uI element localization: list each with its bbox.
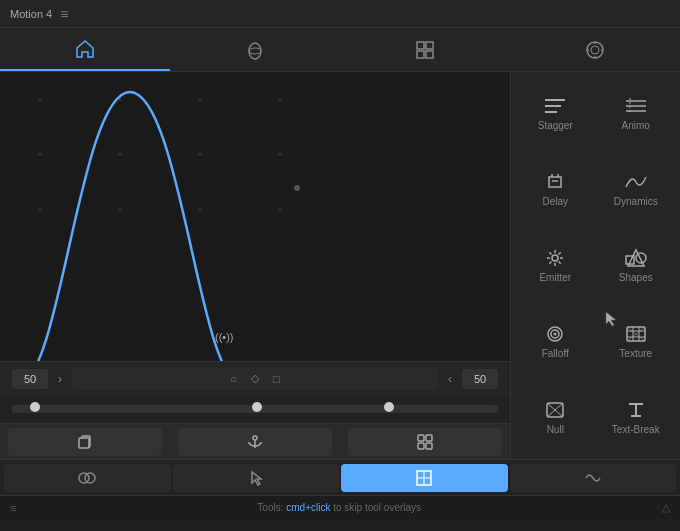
shapes-icon bbox=[624, 248, 648, 268]
right-panel: Stagger Animo Delay bbox=[510, 72, 680, 459]
svg-rect-2 bbox=[417, 42, 424, 49]
svg-line-49 bbox=[559, 261, 561, 263]
svg-point-57 bbox=[554, 332, 557, 335]
circle-shape-button[interactable]: ○ bbox=[230, 373, 237, 385]
stagger-icon bbox=[543, 96, 567, 116]
emitter-label: Emitter bbox=[539, 272, 571, 283]
bottom-toolbar-1 bbox=[0, 423, 510, 459]
svg-rect-4 bbox=[417, 51, 424, 58]
slider-controls: 50 › ○ ◇ □ ‹ 50 bbox=[0, 361, 510, 395]
falloff-label: Falloff bbox=[542, 348, 569, 359]
track-handle-center[interactable] bbox=[252, 402, 262, 412]
dynamics-icon bbox=[624, 172, 648, 192]
animation-curve bbox=[0, 72, 510, 361]
timeline-track[interactable] bbox=[12, 405, 498, 413]
svg-rect-30 bbox=[418, 443, 424, 449]
shapes-label: Shapes bbox=[619, 272, 653, 283]
target-icon bbox=[584, 39, 606, 61]
cursor-icon bbox=[247, 469, 265, 487]
tab-target[interactable] bbox=[510, 28, 680, 71]
status-text: Tools: cmd+click to skip tool overlays bbox=[257, 502, 421, 513]
shape-buttons: ○ ◇ □ bbox=[72, 368, 438, 390]
text-break-icon bbox=[624, 400, 648, 420]
status-right-icon: △ bbox=[662, 501, 670, 514]
anchor-tool-button[interactable] bbox=[178, 428, 332, 456]
square-shape-button[interactable]: □ bbox=[273, 373, 280, 385]
copy-tool-button[interactable] bbox=[8, 428, 162, 456]
bottom-tabs-bar bbox=[0, 459, 680, 495]
texture-icon bbox=[624, 324, 648, 344]
fx-item-falloff[interactable]: Falloff bbox=[515, 303, 596, 379]
svg-rect-3 bbox=[426, 42, 433, 49]
track-handle-left[interactable] bbox=[30, 402, 40, 412]
fx-item-stagger[interactable]: Stagger bbox=[515, 76, 596, 152]
timeline-row bbox=[0, 395, 510, 423]
fx-item-null[interactable]: Null bbox=[515, 379, 596, 455]
wireless-icon: ((•)) bbox=[215, 331, 234, 343]
svg-line-51 bbox=[550, 261, 552, 263]
svg-rect-31 bbox=[426, 443, 432, 449]
grid2-icon bbox=[415, 469, 433, 487]
status-suffix: to skip tool overlays bbox=[333, 502, 421, 513]
left-chevron-button[interactable]: › bbox=[56, 370, 64, 388]
svg-rect-28 bbox=[418, 435, 424, 441]
tab-grid[interactable] bbox=[340, 28, 510, 71]
main-area: ((•)) 50 › ○ ◇ □ ‹ 50 bbox=[0, 72, 680, 459]
grid-icon bbox=[414, 39, 436, 61]
bottom-tab-cursor[interactable] bbox=[173, 464, 340, 492]
home-icon bbox=[74, 38, 96, 60]
text-break-label: Text-Break bbox=[612, 424, 660, 435]
svg-line-50 bbox=[559, 252, 561, 254]
left-value-input[interactable]: 50 bbox=[12, 369, 48, 389]
top-tabs bbox=[0, 28, 680, 72]
shape-icon bbox=[244, 39, 266, 61]
tab-shape[interactable] bbox=[170, 28, 340, 71]
fx-item-text-break[interactable]: Text-Break bbox=[596, 379, 677, 455]
graph-canvas[interactable]: ((•)) bbox=[0, 72, 510, 361]
svg-line-48 bbox=[550, 252, 552, 254]
fx-item-texture[interactable]: Texture bbox=[596, 303, 677, 379]
diamond-shape-button[interactable]: ◇ bbox=[251, 372, 259, 385]
falloff-icon bbox=[543, 324, 567, 344]
texture-label: Texture bbox=[619, 348, 652, 359]
graph-panel: ((•)) 50 › ○ ◇ □ ‹ 50 bbox=[0, 72, 510, 459]
anchor-icon bbox=[246, 433, 264, 451]
status-left-icon: ≡ bbox=[10, 502, 16, 514]
fx-item-dynamics[interactable]: Dynamics bbox=[596, 152, 677, 228]
wave-icon bbox=[584, 469, 602, 487]
null-icon bbox=[543, 400, 567, 420]
delay-label: Delay bbox=[542, 196, 568, 207]
status-tools-label: Tools: bbox=[257, 502, 286, 513]
svg-point-6 bbox=[587, 42, 603, 58]
link-icon bbox=[416, 433, 434, 451]
link-tool-button[interactable] bbox=[348, 428, 502, 456]
emitter-icon bbox=[543, 248, 567, 268]
svg-point-43 bbox=[552, 255, 558, 261]
animo-label: Animo bbox=[622, 120, 650, 131]
svg-rect-29 bbox=[426, 435, 432, 441]
right-value-input[interactable]: 50 bbox=[462, 369, 498, 389]
svg-point-7 bbox=[591, 46, 599, 54]
bottom-tab-mask[interactable] bbox=[4, 464, 171, 492]
right-chevron-button[interactable]: ‹ bbox=[446, 370, 454, 388]
status-bar: ≡ Tools: cmd+click to skip tool overlays… bbox=[0, 495, 680, 519]
stagger-label: Stagger bbox=[538, 120, 573, 131]
svg-point-24 bbox=[253, 436, 257, 440]
copy-icon bbox=[76, 433, 94, 451]
mask-icon bbox=[78, 469, 96, 487]
svg-rect-5 bbox=[426, 51, 433, 58]
status-shortcut: cmd+click bbox=[286, 502, 330, 513]
fx-item-shapes[interactable]: Shapes bbox=[596, 228, 677, 304]
bottom-tab-grid[interactable] bbox=[341, 464, 508, 492]
delay-icon bbox=[543, 172, 567, 192]
fx-item-animo[interactable]: Animo bbox=[596, 76, 677, 152]
animo-icon bbox=[624, 96, 648, 116]
fx-item-delay[interactable]: Delay bbox=[515, 152, 596, 228]
menu-icon[interactable]: ≡ bbox=[60, 6, 68, 22]
track-handle-right[interactable] bbox=[384, 402, 394, 412]
dynamics-label: Dynamics bbox=[614, 196, 658, 207]
bottom-tab-wave[interactable] bbox=[510, 464, 677, 492]
title-text: Motion 4 bbox=[10, 8, 52, 20]
tab-home[interactable] bbox=[0, 28, 170, 71]
fx-item-emitter[interactable]: Emitter bbox=[515, 228, 596, 304]
